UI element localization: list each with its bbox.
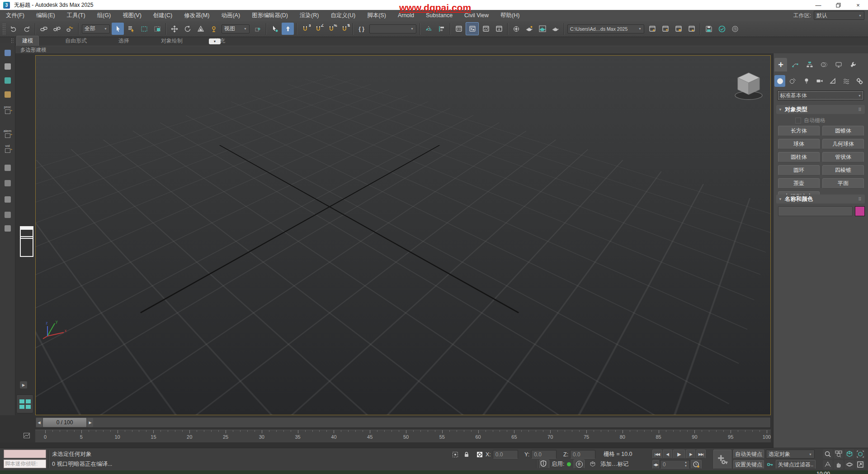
dock-flyout-arrow-button[interactable]: ▶ — [20, 381, 27, 389]
dock-teal-tool-icon[interactable] — [2, 75, 13, 86]
unlink-selection-button[interactable] — [51, 23, 63, 35]
x-coordinate-field[interactable]: 0.0 — [493, 450, 518, 459]
render-setup-button[interactable] — [523, 23, 535, 35]
new-key-icon[interactable] — [765, 460, 775, 469]
create-type-lights[interactable] — [801, 75, 812, 87]
schematic-view-button[interactable] — [493, 23, 505, 35]
dock-alem-script-icon[interactable]: alem — [2, 128, 13, 139]
create-type-geometry[interactable] — [774, 75, 785, 87]
command-panel-tab-create[interactable]: + — [774, 58, 787, 71]
select-and-scale-button[interactable] — [194, 23, 207, 35]
command-panel-tab-display[interactable] — [832, 58, 845, 71]
toggle-scene-explorer-button[interactable] — [453, 23, 465, 35]
undo-button[interactable] — [7, 23, 19, 35]
object-type-rollout-header[interactable]: ▼ 对象类型 ⠿ — [776, 105, 865, 114]
close-button[interactable]: × — [848, 0, 868, 10]
go-to-end-button[interactable]: ▶▶| — [696, 450, 706, 459]
zoom-all-button[interactable] — [834, 450, 844, 459]
menu-item-11[interactable]: 自定义(U) — [325, 10, 361, 21]
maxscript-mini-listener[interactable]: 脚本迷你侦听: — [4, 460, 46, 468]
object-type-button[interactable]: 几何球体 — [822, 139, 864, 149]
dock-tool-icon-11[interactable] — [2, 209, 13, 220]
ribbon-tab-自由形式[interactable]: 自由形式 — [60, 36, 92, 46]
menu-item-8[interactable]: 动画(A) — [215, 10, 246, 21]
name-color-rollout-header[interactable]: ▼ 名称和颜色 ⠿ — [776, 194, 865, 204]
dock-pin-icon[interactable] — [2, 89, 13, 100]
frame-number-field[interactable]: 0▲▼ — [660, 460, 690, 469]
object-type-button[interactable]: 管状体 — [822, 152, 864, 162]
menu-item-9[interactable]: 图形编辑器(D) — [246, 10, 294, 21]
menu-item-2[interactable]: 编辑(E) — [30, 10, 61, 21]
viewport-perspective[interactable]: x y z — [35, 55, 771, 415]
ribbon-tab-选择[interactable]: 选择 — [113, 36, 135, 46]
dock-document-icon[interactable] — [2, 47, 13, 58]
create-type-shapes[interactable] — [788, 75, 798, 87]
key-mode-toggle[interactable]: ◀▶ — [652, 460, 659, 469]
object-type-button[interactable]: 球体 — [778, 139, 820, 149]
object-type-button[interactable]: 圆环 — [778, 165, 820, 175]
dock-tool-icon-10[interactable] — [2, 194, 13, 205]
object-type-button[interactable]: 茶壶 — [778, 178, 820, 189]
reference-coordinate-dropdown[interactable]: 视图▼ — [222, 24, 250, 33]
object-type-button[interactable]: 圆柱体 — [778, 152, 820, 162]
workspace-dropdown[interactable]: 默认 ▼ — [814, 11, 864, 20]
menu-item-12[interactable]: 脚本(S) — [361, 10, 392, 21]
dock-tool-icon-12[interactable] — [2, 223, 13, 234]
bind-to-space-warp-button[interactable] — [64, 23, 76, 35]
command-panel-tab-motion[interactable] — [818, 58, 830, 71]
snap-toggle-3d[interactable]: 3 — [299, 23, 311, 35]
adaptive-degradation-toggle[interactable] — [539, 460, 549, 469]
percent-snap-toggle[interactable]: % — [325, 23, 337, 35]
time-slider[interactable]: ◀ 0 / 100 ▶ — [35, 417, 771, 428]
save-file-button[interactable] — [703, 23, 715, 35]
create-type-helpers[interactable] — [827, 75, 838, 87]
material-editor-button[interactable] — [510, 23, 522, 35]
select-by-name-button[interactable] — [125, 23, 137, 35]
utility-window-button-3[interactable] — [672, 23, 684, 35]
command-panel-tab-modify[interactable] — [789, 58, 802, 71]
create-type-cameras[interactable] — [814, 75, 825, 87]
set-keys-button[interactable] — [713, 450, 731, 469]
ribbon-tab-建模[interactable]: 建模 — [16, 36, 39, 46]
utility-window-button-1[interactable] — [646, 23, 658, 35]
menu-item-3[interactable]: 工具(T) — [61, 10, 91, 21]
project-folder-dropdown[interactable]: C:\Users\Ad…ds Max 2025▼ — [567, 24, 644, 33]
time-slider-prev-arrow[interactable]: ◀ — [36, 418, 42, 427]
key-filter-scope-dropdown[interactable]: 选定对象 ▼ — [766, 450, 815, 459]
object-type-button[interactable]: 四棱锥 — [822, 165, 864, 175]
rectangular-selection-region-button[interactable] — [138, 23, 150, 35]
absolute-mode-transform-toggle[interactable] — [475, 450, 485, 459]
set-key-toggle[interactable]: 设置关键点 — [733, 460, 764, 469]
time-slider-handle[interactable]: 0 / 100 — [42, 417, 87, 427]
menu-item-7[interactable]: 修改器(M) — [178, 10, 215, 21]
z-coordinate-field[interactable]: 0.0 — [570, 450, 595, 459]
viewport-layout-tabs-button[interactable] — [16, 394, 33, 413]
selection-lock-toggle[interactable] — [462, 450, 472, 459]
menu-item-4[interactable]: 组(G) — [91, 10, 117, 21]
utility-window-button-2[interactable] — [659, 23, 671, 35]
object-type-button[interactable]: 长方体 — [778, 126, 820, 136]
pan-view-button[interactable] — [834, 460, 844, 469]
render-production-button[interactable] — [549, 23, 561, 35]
add-time-tag[interactable]: 添加…标记 — [600, 460, 629, 469]
minimize-button[interactable]: — — [808, 0, 828, 10]
select-and-link-button[interactable] — [38, 23, 50, 35]
create-type-space-warps[interactable] — [840, 75, 851, 87]
previous-frame-button[interactable]: ◀| — [663, 450, 672, 459]
dock-tool-icon-9[interactable] — [2, 177, 13, 189]
restore-button[interactable] — [828, 0, 848, 10]
auto-key-toggle[interactable]: 自动关键点 — [733, 450, 764, 459]
maximize-viewport-toggle[interactable] — [855, 460, 865, 469]
floating-toolbar-stub-2[interactable] — [20, 236, 33, 257]
use-pivot-point-center-button[interactable] — [251, 23, 264, 35]
redo-button[interactable] — [20, 23, 33, 35]
select-and-move-button[interactable] — [168, 23, 180, 35]
dock-vol-script-icon[interactable]: vol — [2, 142, 13, 154]
select-and-place-button[interactable] — [208, 23, 220, 35]
maxscript-mini-listener-macro-line[interactable] — [4, 450, 46, 458]
rendered-frame-window-button[interactable] — [536, 23, 548, 35]
isolate-selection-toggle[interactable] — [450, 450, 460, 459]
select-object-button[interactable] — [112, 23, 124, 35]
object-type-button[interactable]: 平面 — [822, 178, 864, 189]
ribbon-tab-对象绘制[interactable]: 对象绘制 — [156, 36, 188, 46]
